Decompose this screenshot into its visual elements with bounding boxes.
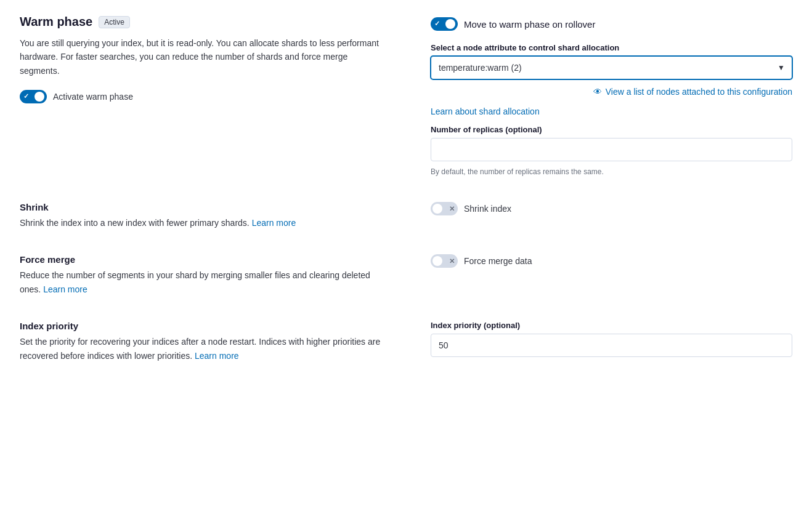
force-merge-thumb: [432, 256, 442, 266]
force-merge-left: Force merge Reduce the number of segment…: [20, 254, 381, 296]
shrink-learn-more-link[interactable]: Learn more: [252, 218, 296, 228]
force-merge-toggle[interactable]: ✕: [431, 254, 458, 268]
shard-allocation-section: Select a node attribute to control shard…: [431, 43, 792, 79]
shrink-section: Shrink Shrink the index into a new index…: [20, 202, 792, 230]
shrink-title: Shrink: [20, 202, 381, 212]
force-merge-toggle-label: Force merge data: [464, 256, 532, 266]
activate-toggle-row: ✓ Activate warm phase: [20, 90, 381, 103]
index-priority-description: Set the priority for recovering your ind…: [20, 335, 381, 363]
shrink-toggle-row: ✕ Shrink index: [431, 202, 792, 215]
toggle-check-icon: ✓: [23, 92, 29, 100]
node-attribute-select-wrapper: temperature:warm (2) ▼: [431, 56, 792, 79]
replicas-label: Number of replicas (optional): [431, 125, 792, 134]
index-priority-left: Index priority Set the priority for reco…: [20, 321, 381, 363]
left-info: Warm phase Active You are still querying…: [20, 15, 381, 177]
phase-description: You are still querying your index, but i…: [20, 36, 381, 78]
shrink-left: Shrink Shrink the index into a new index…: [20, 202, 381, 230]
rollover-label: Move to warm phase on rollover: [464, 19, 595, 30]
force-merge-description: Reduce the number of segments in your sh…: [20, 268, 381, 296]
index-priority-learn-more-link[interactable]: Learn more: [195, 351, 239, 361]
index-priority-field-label: Index priority (optional): [431, 321, 792, 330]
rollover-check-icon: ✓: [434, 20, 440, 28]
right-controls: ✓ Move to warm phase on rollover Select …: [431, 15, 792, 177]
shrink-desc-text: Shrink the index into a new index with f…: [20, 218, 250, 228]
force-merge-right: ✕ Force merge data: [431, 254, 792, 268]
force-merge-learn-more-link[interactable]: Learn more: [43, 284, 87, 294]
index-priority-section: Index priority Set the priority for reco…: [20, 321, 792, 363]
replicas-helper: By default, the number of replicas remai…: [431, 166, 792, 177]
learn-shard-allocation-link[interactable]: Learn about shard allocation: [431, 106, 540, 116]
shard-allocation-label: Select a node attribute to control shard…: [431, 43, 792, 52]
shrink-toggle-label: Shrink index: [464, 204, 511, 214]
toggle-thumb: [35, 92, 44, 102]
shrink-toggle[interactable]: ✕: [431, 202, 458, 215]
warm-phase-panel: Warm phase Active You are still querying…: [20, 15, 792, 363]
force-merge-title: Force merge: [20, 254, 381, 265]
index-priority-input-wrapper: [431, 334, 792, 362]
shrink-description: Shrink the index into a new index with f…: [20, 216, 381, 230]
rollover-thumb: [445, 19, 455, 29]
phase-header: Warm phase Active: [20, 15, 381, 29]
x-icon: ✕: [449, 204, 455, 214]
force-merge-section: Force merge Reduce the number of segment…: [20, 254, 792, 296]
view-nodes-row: 👁 View a list of nodes attached to this …: [431, 87, 792, 97]
top-section: Warm phase Active You are still querying…: [20, 15, 792, 177]
replicas-section: Number of replicas (optional) By default…: [431, 125, 792, 177]
rollover-toggle[interactable]: ✓: [431, 17, 458, 31]
node-attribute-select[interactable]: temperature:warm (2): [431, 56, 792, 79]
index-priority-right: Index priority (optional): [431, 321, 792, 362]
eye-icon: 👁: [593, 87, 602, 97]
shrink-right: ✕ Shrink index: [431, 202, 792, 215]
activate-toggle-label: Activate warm phase: [53, 92, 133, 102]
replicas-input[interactable]: [431, 138, 792, 161]
shrink-thumb: [432, 204, 442, 214]
index-priority-title: Index priority: [20, 321, 381, 331]
activate-toggle[interactable]: ✓: [20, 90, 47, 103]
force-merge-toggle-row: ✕ Force merge data: [431, 254, 792, 268]
force-merge-x-icon: ✕: [449, 256, 455, 266]
active-badge: Active: [99, 16, 130, 28]
view-nodes-link[interactable]: View a list of nodes attached to this co…: [606, 87, 792, 97]
index-priority-input[interactable]: [431, 334, 792, 357]
phase-title: Warm phase: [20, 15, 92, 29]
rollover-row: ✓ Move to warm phase on rollover: [431, 15, 792, 31]
